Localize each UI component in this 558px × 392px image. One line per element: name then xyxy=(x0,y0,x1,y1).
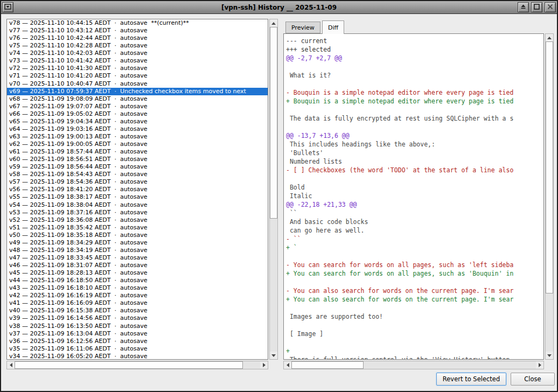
version-list-item[interactable]: v42 — 2025-11-09 16:16:19 AEDT · autosav… xyxy=(7,292,268,299)
diff-line: + You can search for words on all pages,… xyxy=(286,269,543,278)
version-list-item[interactable]: v60 — 2025-11-09 18:56:51 AEDT · autosav… xyxy=(7,156,268,163)
diff-vscrollbar[interactable] xyxy=(545,33,554,360)
diff-line: - You can also search for words on the c… xyxy=(286,286,543,295)
version-list-item[interactable]: v62 — 2025-11-09 19:00:05 AEDT · autosav… xyxy=(7,141,268,148)
version-list-item[interactable]: v44 — 2025-11-09 16:18:50 AEDT · autosav… xyxy=(7,277,268,284)
diff-line xyxy=(286,106,543,114)
tab-diff[interactable]: Diff xyxy=(322,20,344,34)
version-list-item[interactable]: v37 — 2025-11-09 16:13:04 AEDT · autosav… xyxy=(7,330,268,338)
diff-line: --- current xyxy=(286,37,543,45)
diff-vscroll-thumb[interactable] xyxy=(546,41,553,293)
version-list-item[interactable]: v54 — 2025-11-09 18:38:04 AEDT · autosav… xyxy=(7,201,268,209)
version-list-item[interactable]: v55 — 2025-11-09 18:38:17 AEDT · autosav… xyxy=(7,193,268,201)
version-list-item[interactable]: v59 — 2025-11-09 18:56:44 AEDT · autosav… xyxy=(7,163,268,171)
version-list-item[interactable]: v56 — 2025-11-09 18:41:20 AEDT · autosav… xyxy=(7,186,268,193)
version-list-item[interactable]: v78 — 2025-11-10 10:44:15 AEDT · autosav… xyxy=(7,19,268,27)
version-list-item[interactable]: v75 — 2025-11-10 10:42:28 AEDT · autosav… xyxy=(7,42,268,50)
version-list-item[interactable]: v77 — 2025-11-10 10:43:12 AEDT · autosav… xyxy=(7,27,268,34)
version-list-item[interactable]: v53 — 2025-11-09 18:37:16 AEDT · autosav… xyxy=(7,209,268,216)
version-list-hscroll-thumb[interactable] xyxy=(15,361,243,369)
version-list-item[interactable]: v57 — 2025-11-09 18:54:36 AEDT · autosav… xyxy=(7,178,268,186)
diff-line: There is full version control via the 'V… xyxy=(286,355,543,360)
version-list-item[interactable]: v66 — 2025-11-09 19:05:02 AEDT · autosav… xyxy=(7,110,268,118)
scroll-down-arrow-icon[interactable] xyxy=(546,352,553,359)
version-list-item[interactable]: v36 — 2025-11-09 16:12:56 AEDT · autosav… xyxy=(7,338,268,345)
diff-line xyxy=(286,62,543,71)
version-list[interactable]: v78 — 2025-11-10 10:44:15 AEDT · autosav… xyxy=(6,19,268,360)
diff-line xyxy=(286,278,543,286)
version-list-item[interactable]: v47 — 2025-11-09 18:33:45 AEDT · autosav… xyxy=(7,254,268,262)
diff-hscroll-thumb[interactable] xyxy=(291,361,364,369)
version-list-item[interactable]: v64 — 2025-11-09 19:03:16 AEDT · autosav… xyxy=(7,125,268,133)
version-list-item[interactable]: v41 — 2025-11-09 16:16:09 AEDT · autosav… xyxy=(7,299,268,307)
tab-diff-label: Diff xyxy=(328,24,338,31)
version-list-item[interactable]: v70 — 2025-11-10 10:40:47 AEDT · autosav… xyxy=(7,80,268,88)
scroll-left-arrow-icon[interactable] xyxy=(284,361,291,369)
version-list-item[interactable]: v63 — 2025-11-09 19:00:13 AEDT · autosav… xyxy=(7,133,268,141)
version-list-item[interactable]: v39 — 2025-11-09 16:14:56 AEDT · autosav… xyxy=(7,314,268,322)
scroll-down-arrow-icon[interactable] xyxy=(270,352,277,359)
maximize-button[interactable] xyxy=(531,2,542,12)
version-list-item[interactable]: v61 — 2025-11-09 18:57:44 AEDT · autosav… xyxy=(7,148,268,156)
diff-line: `` xyxy=(286,209,543,218)
revert-to-selected-button[interactable]: Revert to Selected xyxy=(436,373,506,386)
diff-line: + xyxy=(286,347,543,355)
window-menu-button[interactable] xyxy=(2,2,13,12)
diff-line: Italic xyxy=(286,192,543,200)
diff-line xyxy=(286,123,543,131)
version-list-item[interactable]: v40 — 2025-11-09 16:15:38 AEDT · autosav… xyxy=(7,307,268,314)
version-list-item[interactable]: v72 — 2025-11-10 10:41:30 AEDT · autosav… xyxy=(7,65,268,72)
diff-hscrollbar[interactable] xyxy=(283,361,544,369)
diff-line: [ Image ] xyxy=(286,330,543,338)
version-list-item[interactable]: v49 — 2025-11-09 18:34:29 AEDT · autosav… xyxy=(7,239,268,247)
version-list-item[interactable]: v68 — 2025-11-09 19:08:09 AEDT · autosav… xyxy=(7,95,268,103)
diff-line: + You can also search for words on the c… xyxy=(286,295,543,304)
version-list-item[interactable]: v73 — 2025-11-10 10:41:42 AEDT · autosav… xyxy=(7,57,268,65)
diff-line: This includes headings like the above,: xyxy=(286,140,543,149)
version-list-item[interactable]: v74 — 2025-11-10 10:42:03 AEDT · autosav… xyxy=(7,50,268,57)
version-list-item[interactable]: v65 — 2025-11-09 19:04:34 AEDT · autosav… xyxy=(7,118,268,125)
version-list-item[interactable]: v71 — 2025-11-10 10:41:20 AEDT · autosav… xyxy=(7,72,268,80)
diff-line: - `` xyxy=(286,235,543,243)
close-dialog-button[interactable]: Close xyxy=(511,373,555,386)
diff-line xyxy=(286,321,543,330)
titlebar[interactable]: [vpn-ssh] History __ 2025-11-09 xyxy=(1,1,557,14)
version-list-hscrollbar[interactable] xyxy=(6,361,268,369)
version-list-vscroll-thumb[interactable] xyxy=(270,27,277,219)
version-list-item[interactable]: v50 — 2025-11-09 18:35:18 AEDT · autosav… xyxy=(7,232,268,239)
version-list-vscrollbar[interactable] xyxy=(269,19,278,360)
version-list-item[interactable]: v67 — 2025-11-09 19:07:07 AEDT · autosav… xyxy=(7,103,268,110)
diff-line: The data is fully encrypted at rest usin… xyxy=(286,114,543,123)
version-list-item[interactable]: v38 — 2025-11-09 16:13:50 AEDT · autosav… xyxy=(7,323,268,330)
scroll-up-arrow-icon[interactable] xyxy=(546,34,553,41)
shade-button[interactable] xyxy=(518,2,529,12)
diff-line xyxy=(286,338,543,347)
version-list-item[interactable]: v45 — 2025-11-09 18:28:13 AEDT · autosav… xyxy=(7,269,268,277)
diff-line: - [ ] Checkboxes (the word 'TODO' at the… xyxy=(286,166,543,174)
maximize-icon xyxy=(533,2,540,12)
version-list-item[interactable]: v35 — 2025-11-09 16:11:06 AEDT · autosav… xyxy=(7,345,268,353)
diff-line xyxy=(286,304,543,312)
version-list-item[interactable]: v76 — 2025-11-10 10:42:44 AEDT · autosav… xyxy=(7,34,268,42)
close-button-label: Close xyxy=(524,375,541,383)
version-list-item[interactable]: v46 — 2025-11-09 18:31:07 AEDT · autosav… xyxy=(7,262,268,269)
scroll-right-arrow-icon[interactable] xyxy=(536,361,543,369)
version-list-item[interactable]: v52 — 2025-11-09 18:36:08 AEDT · autosav… xyxy=(7,216,268,224)
version-list-item[interactable]: v69 — 2025-11-10 07:59:37 AEDT · Uncheck… xyxy=(7,88,268,95)
scroll-up-arrow-icon[interactable] xyxy=(270,19,277,27)
version-list-item[interactable]: v58 — 2025-11-09 18:54:43 AEDT · autosav… xyxy=(7,171,268,178)
diff-pane[interactable]: --- current+++ selected@@ -2,7 +2,7 @@ W… xyxy=(283,33,544,360)
version-list-item[interactable]: v48 — 2025-11-09 18:34:19 AEDT · autosav… xyxy=(7,247,268,254)
shade-icon xyxy=(520,2,527,12)
version-list-item[interactable]: v34 — 2025-11-09 16:05:20 AEDT · autosav… xyxy=(7,353,268,360)
diff-line: @@ -2,7 +2,7 @@ xyxy=(286,54,543,62)
version-list-item[interactable]: v43 — 2025-11-09 16:18:10 AEDT · autosav… xyxy=(7,284,268,292)
scroll-right-arrow-icon[interactable] xyxy=(260,361,268,369)
scroll-left-arrow-icon[interactable] xyxy=(7,361,15,369)
close-button[interactable] xyxy=(545,2,556,12)
version-list-item[interactable]: v51 — 2025-11-09 18:35:42 AEDT · autosav… xyxy=(7,224,268,232)
tab-preview[interactable]: Preview xyxy=(285,22,320,33)
window-menu-icon xyxy=(4,2,11,12)
diff-line xyxy=(286,80,543,88)
diff-line: +++ selected xyxy=(286,45,543,54)
